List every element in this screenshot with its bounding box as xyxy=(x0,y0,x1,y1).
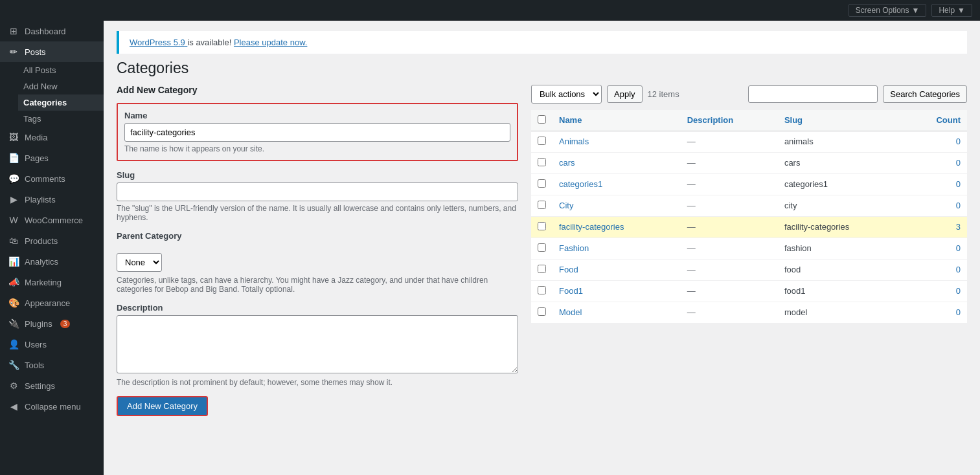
sidebar-sub-label: Add New xyxy=(23,82,58,91)
row-description: — xyxy=(681,131,778,152)
row-checkbox[interactable] xyxy=(538,179,546,188)
col-header-description[interactable]: Description xyxy=(681,110,778,131)
sidebar-item-add-new[interactable]: Add New xyxy=(18,78,104,94)
sidebar-item-posts[interactable]: ✏ Posts xyxy=(0,41,104,62)
row-slug: facility-categories xyxy=(778,216,906,237)
chevron-down-icon: ▼ xyxy=(957,6,965,15)
row-name: categories1 xyxy=(553,173,681,195)
search-categories-button[interactable]: Search Categories xyxy=(883,85,967,103)
row-checkbox[interactable] xyxy=(538,307,546,316)
sidebar-sub-label: Tags xyxy=(23,114,41,124)
row-checkbox-cell xyxy=(531,152,553,173)
row-description: — xyxy=(681,259,778,280)
sidebar-item-tags[interactable]: Tags xyxy=(18,111,104,127)
sidebar-sub-label: All Posts xyxy=(23,65,56,75)
row-checkbox[interactable] xyxy=(538,201,546,209)
row-slug: food1 xyxy=(778,280,906,302)
table-row: categories1 — categories1 0 xyxy=(531,173,967,195)
update-now-link[interactable]: Please update now. xyxy=(234,38,307,47)
sidebar-item-label: Users xyxy=(25,340,47,349)
name-label: Name xyxy=(124,111,510,120)
table-toolbar: Bulk actions Apply 12 items Search Categ… xyxy=(531,85,967,104)
sidebar-item-comments[interactable]: 💬 Comments xyxy=(0,168,104,189)
row-name: Fashion xyxy=(553,237,681,259)
parent-desc: Categories, unlike tags, can have a hier… xyxy=(117,276,518,294)
sidebar-item-label: Analytics xyxy=(25,257,58,267)
add-new-category-button[interactable]: Add New Category xyxy=(117,396,208,416)
collapse-icon: ◀ xyxy=(8,401,19,412)
table-row: Model — model 0 xyxy=(531,302,967,323)
row-count: 0 xyxy=(906,195,967,216)
table-row: Food — food 0 xyxy=(531,259,967,280)
col-header-name[interactable]: Name xyxy=(553,110,681,131)
category-name-link[interactable]: Animals xyxy=(559,137,589,146)
parent-category-select[interactable]: None xyxy=(117,253,162,272)
sidebar-item-users[interactable]: 👤 Users xyxy=(0,334,104,355)
sidebar-item-analytics[interactable]: 📊 Analytics xyxy=(0,251,104,272)
slug-input[interactable] xyxy=(117,182,518,201)
plugins-icon: 🔌 xyxy=(8,318,19,329)
sidebar-item-collapse[interactable]: ◀ Collapse menu xyxy=(0,396,104,417)
row-checkbox[interactable] xyxy=(538,158,546,166)
row-slug: model xyxy=(778,302,906,323)
posts-icon: ✏ xyxy=(8,47,19,57)
col-header-slug[interactable]: Slug xyxy=(778,110,906,131)
row-checkbox[interactable] xyxy=(538,222,546,230)
page-title: Categories xyxy=(117,59,967,78)
category-name-link[interactable]: Food1 xyxy=(559,286,583,296)
category-name-link[interactable]: categories1 xyxy=(559,179,602,189)
table-row: cars — cars 0 xyxy=(531,152,967,173)
col-header-check xyxy=(531,110,553,131)
name-desc: The name is how it appears on your site. xyxy=(124,144,510,153)
row-checkbox[interactable] xyxy=(538,137,546,145)
sidebar-item-label: Pages xyxy=(25,153,49,163)
bulk-actions-select[interactable]: Bulk actions xyxy=(531,85,602,104)
col-header-count[interactable]: Count xyxy=(906,110,967,131)
sidebar-item-pages[interactable]: 📄 Pages xyxy=(0,148,104,168)
sidebar-item-label: Plugins xyxy=(25,319,52,329)
playlists-icon: ▶ xyxy=(8,194,19,204)
select-all-checkbox[interactable] xyxy=(538,115,546,124)
category-name-link[interactable]: Model xyxy=(559,307,582,317)
category-name-link[interactable]: cars xyxy=(559,158,575,168)
slug-label: Slug xyxy=(117,170,518,180)
sidebar-item-playlists[interactable]: ▶ Playlists xyxy=(0,189,104,210)
plugins-badge: 3 xyxy=(60,320,71,328)
row-checkbox[interactable] xyxy=(538,265,546,273)
wp-version-link[interactable]: WordPress 5.9 xyxy=(130,38,187,47)
sidebar-item-label: Dashboard xyxy=(25,27,66,36)
sidebar-item-categories[interactable]: Categories xyxy=(18,94,104,111)
name-input[interactable] xyxy=(124,123,510,142)
sidebar-item-marketing[interactable]: 📣 Marketing xyxy=(0,272,104,293)
search-input[interactable] xyxy=(748,85,878,103)
sidebar-item-dashboard[interactable]: ⊞ Dashboard xyxy=(0,21,104,41)
table-row: City — city 0 xyxy=(531,195,967,216)
media-icon: 🖼 xyxy=(8,132,19,142)
category-name-link[interactable]: facility-categories xyxy=(559,222,624,232)
apply-button[interactable]: Apply xyxy=(607,85,643,103)
table-toolbar-right: Search Categories xyxy=(748,85,967,103)
sidebar-item-appearance[interactable]: 🎨 Appearance xyxy=(0,293,104,313)
description-form-group: Description The description is not promi… xyxy=(117,303,518,387)
description-textarea[interactable] xyxy=(117,315,518,373)
row-checkbox[interactable] xyxy=(538,286,546,294)
category-name-link[interactable]: Food xyxy=(559,265,578,274)
category-name-link[interactable]: City xyxy=(559,201,573,210)
parent-label: Parent Category xyxy=(117,231,518,241)
sidebar-item-settings[interactable]: ⚙ Settings xyxy=(0,375,104,396)
sidebar-item-all-posts[interactable]: All Posts xyxy=(18,62,104,78)
sidebar-item-tools[interactable]: 🔧 Tools xyxy=(0,355,104,375)
row-checkbox[interactable] xyxy=(538,243,546,252)
row-checkbox-cell xyxy=(531,237,553,259)
sidebar-item-woocommerce[interactable]: W WooCommerce xyxy=(0,210,104,230)
sidebar-item-products[interactable]: 🛍 Products xyxy=(0,230,104,251)
sidebar: ⊞ Dashboard ✏ Posts All Posts Add New Ca… xyxy=(0,21,104,475)
name-form-group: Name The name is how it appears on your … xyxy=(117,103,518,161)
help-button[interactable]: Help ▼ xyxy=(931,4,972,17)
sidebar-item-plugins[interactable]: 🔌 Plugins 3 xyxy=(0,313,104,334)
row-count: 0 xyxy=(906,302,967,323)
screen-options-button[interactable]: Screen Options ▼ xyxy=(849,4,927,17)
items-count: 12 items xyxy=(648,89,679,99)
sidebar-item-media[interactable]: 🖼 Media xyxy=(0,127,104,148)
category-name-link[interactable]: Fashion xyxy=(559,243,589,253)
